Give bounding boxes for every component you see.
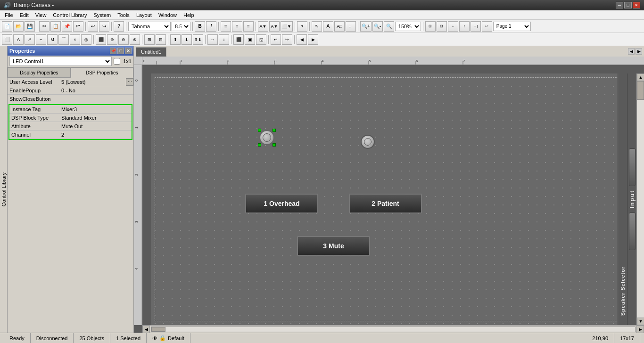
tb2-btn21[interactable]: ▣ <box>245 34 255 45</box>
text-button[interactable]: A <box>323 21 333 32</box>
led-control-1[interactable] <box>259 130 274 145</box>
properties-undock-button[interactable]: □ <box>117 48 124 54</box>
menu-layout[interactable]: Layout <box>133 11 155 19</box>
tb2-btn17[interactable]: ⬆⬇ <box>193 34 203 45</box>
menu-file[interactable]: File <box>2 11 16 19</box>
tb2-btn2[interactable]: A <box>13 34 24 45</box>
italic-button[interactable]: I <box>206 21 216 32</box>
align-center-button[interactable]: ≡ <box>232 21 242 32</box>
hscroll-right-button[interactable]: ▶ <box>636 326 644 333</box>
copy-button[interactable]: 📋 <box>50 21 61 32</box>
tb2-btn10[interactable]: ⊕ <box>107 34 117 45</box>
bold-button[interactable]: B <box>195 21 205 32</box>
cut-button[interactable]: ✂ <box>39 21 50 32</box>
tb2-btn15[interactable]: ⬆ <box>170 34 181 45</box>
tb2-btn12[interactable]: ⊗ <box>130 34 140 45</box>
tb-extra6[interactable]: ↩ <box>482 21 492 32</box>
button-2-patient[interactable]: 2 Patient <box>349 194 422 213</box>
led-control-2[interactable] <box>361 135 375 149</box>
canvas-tab-untitled1[interactable]: Untitled1 <box>136 47 166 57</box>
menu-view[interactable]: View <box>33 11 50 19</box>
undo-button[interactable]: ↩ <box>88 21 98 32</box>
tb2-btn23[interactable]: ↩ <box>271 34 281 45</box>
zoom-out-button[interactable]: 🔍- <box>372 21 383 32</box>
zoom-fit-button[interactable]: 🔍 <box>384 21 394 32</box>
tb2-btn24[interactable]: ↪ <box>282 34 292 45</box>
tab-display-properties[interactable]: Display Properties <box>8 67 71 78</box>
properties-pin-button[interactable]: 📌 <box>110 48 116 54</box>
canvas-viewport[interactable]: 1 Overhead 2 Patient 3 Mute ▲ <box>151 74 644 325</box>
control-library-sidebar[interactable]: Control Library <box>0 46 8 333</box>
tb2-btn3[interactable]: ↗ <box>25 34 35 45</box>
prop-edit-user-access[interactable]: ⋯ <box>126 78 133 86</box>
tb-extra3[interactable]: ↔ <box>448 21 458 32</box>
tb-extra1[interactable]: ⊞ <box>425 21 436 32</box>
menu-system[interactable]: System <box>91 11 114 19</box>
redo-button[interactable]: ↪ <box>99 21 109 32</box>
close-button[interactable]: ✕ <box>633 2 640 8</box>
tab-dsp-properties[interactable]: DSP Properties <box>71 67 134 78</box>
paste-button[interactable]: 📌 <box>62 21 72 32</box>
new-button[interactable]: 📄 <box>2 21 12 32</box>
tb2-btn16[interactable]: ⬇ <box>182 34 192 45</box>
maximize-button[interactable]: □ <box>624 2 632 8</box>
menu-tools[interactable]: Tools <box>115 11 132 19</box>
tb2-btn8[interactable]: ◎ <box>81 34 91 45</box>
zoom-in-button[interactable]: 🔍+ <box>360 21 372 32</box>
hscroll-thumb[interactable] <box>151 327 165 332</box>
right-handle-top[interactable] <box>629 148 636 186</box>
button-3-mute[interactable]: 3 Mute <box>297 236 370 256</box>
tb2-btn14[interactable]: ⊟ <box>156 34 166 45</box>
tb2-btn13[interactable]: ⊞ <box>144 34 155 45</box>
vscroll-down-button[interactable]: ▼ <box>637 318 644 325</box>
tb2-btn1[interactable]: ⬜ <box>2 34 12 45</box>
font-size-combo[interactable]: 8.5 <box>172 22 190 31</box>
tb2-btn11[interactable]: ⊖ <box>118 34 129 45</box>
text2-button[interactable]: A□ <box>334 21 345 32</box>
zoom-combo[interactable]: 150% <box>395 22 421 31</box>
menu-control-library[interactable]: Control Library <box>50 11 90 19</box>
open-button[interactable]: 📂 <box>13 21 24 32</box>
minimize-button[interactable]: ─ <box>616 2 623 8</box>
canvas-nav-next[interactable]: ▶ <box>636 48 642 55</box>
tb-more2[interactable]: … <box>346 21 356 32</box>
align-right-button[interactable]: ≡ <box>243 21 254 32</box>
properties-close-button[interactable]: ✕ <box>125 48 132 54</box>
right-handle-bottom[interactable] <box>629 212 636 250</box>
paste-special-button[interactable]: P* <box>73 21 83 32</box>
tb2-btn4[interactable]: ~ <box>36 34 46 45</box>
fill-color-button[interactable]: A▼ <box>258 21 268 32</box>
prop-checkbox[interactable] <box>114 58 120 65</box>
font-name-combo[interactable]: Tahoma <box>128 22 171 31</box>
tb2-btn19[interactable]: ↕ <box>219 34 229 45</box>
tb-extra4[interactable]: ↕ <box>459 21 470 32</box>
tb2-btn20[interactable]: ⬛ <box>233 34 244 45</box>
pointer-button[interactable]: ↖ <box>312 21 322 32</box>
menu-help[interactable]: Help <box>181 11 197 19</box>
tb2-btn22[interactable]: ◱ <box>256 34 266 45</box>
control-name-combo[interactable]: LED Control1 <box>9 57 112 66</box>
menu-edit[interactable]: Edit <box>17 11 32 19</box>
font-color-button[interactable]: A▼ <box>269 21 280 32</box>
canvas-nav-prev[interactable]: ◀ <box>628 48 635 55</box>
menu-window[interactable]: Window <box>156 11 180 19</box>
tb-extra5[interactable]: →| <box>471 21 481 32</box>
tb2-btn26[interactable]: ▶ <box>308 34 318 45</box>
save-button[interactable]: 💾 <box>25 21 35 32</box>
more-buttons[interactable]: ▾ <box>297 21 307 32</box>
hscroll-left-button[interactable]: ◀ <box>142 326 150 333</box>
line-color-button[interactable]: ⬜▼ <box>281 21 293 32</box>
align-left-button[interactable]: ≡ <box>221 21 231 32</box>
tb2-btn6[interactable]: ⌒ <box>58 34 69 45</box>
tb-extra2[interactable]: ⊟ <box>437 21 447 32</box>
tb2-btn5[interactable]: M <box>47 34 58 45</box>
button-1-overhead[interactable]: 1 Overhead <box>245 194 318 213</box>
tb2-btn7[interactable]: × <box>70 34 80 45</box>
tb2-btn9[interactable]: ⬛ <box>96 34 106 45</box>
page-combo[interactable]: Page 1 <box>493 22 531 31</box>
help-button[interactable]: ? <box>114 21 124 32</box>
vscroll-thumb[interactable] <box>637 81 644 100</box>
tb2-btn18[interactable]: ↔ <box>207 34 218 45</box>
vscroll-up-button[interactable]: ▲ <box>637 74 644 81</box>
tb2-btn25[interactable]: ◀ <box>297 34 307 45</box>
